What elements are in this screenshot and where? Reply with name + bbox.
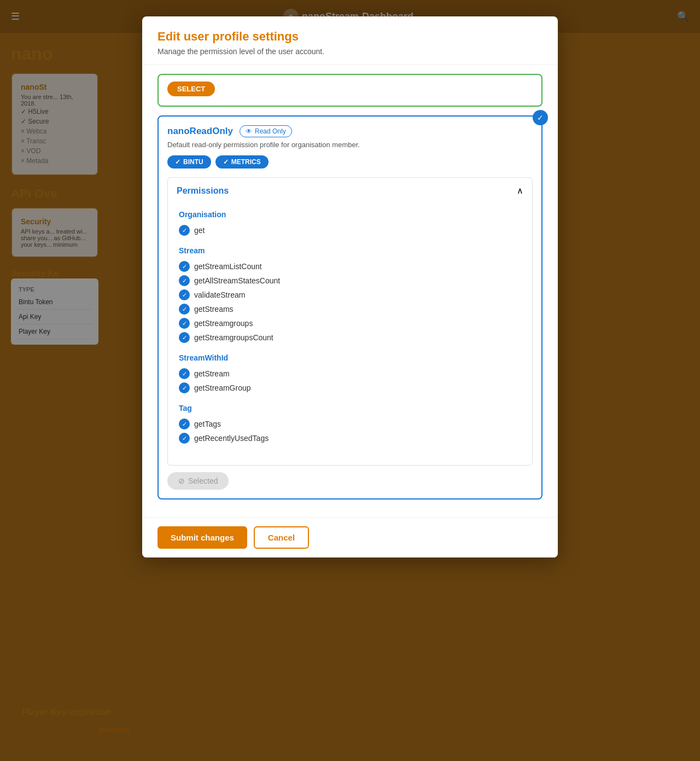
perm-label-allstreamstates: getAllStreamStatesCount [194, 276, 280, 285]
tag-badges: ✓ BINTU ✓ METRICS [167, 155, 533, 169]
perm-section-stream-title: Stream [179, 246, 521, 255]
perm-label-get: get [194, 226, 205, 235]
modal-title: Edit user profile settings [158, 30, 542, 44]
selected-state-button: ⊘ Selected [167, 472, 229, 490]
permissions-header[interactable]: Permissions ∧ [168, 178, 532, 204]
readonly-profile-card[interactable]: ✓ nanoReadOnly 👁 Read Only Default read-… [158, 115, 542, 499]
metrics-badge-label: METRICS [231, 158, 261, 166]
perm-section-streamwithid-title: StreamWithId [179, 353, 521, 362]
perm-check-streamgroups: ✓ [179, 318, 190, 329]
perm-section-organisation: Organisation ✓ get [179, 210, 521, 237]
select-button[interactable]: SELECT [167, 82, 215, 96]
modal-subtitle: Manage the permission level of the user … [158, 47, 542, 56]
permissions-body: Organisation ✓ get Stream ✓ getStream [168, 204, 532, 465]
perm-check-allstreamstates: ✓ [179, 275, 190, 286]
perm-check-recentlyusedtags: ✓ [179, 433, 190, 444]
permissions-box: Permissions ∧ Organisation ✓ get [167, 177, 533, 466]
perm-section-streamwithid: StreamWithId ✓ getStream ✓ getStreamGrou… [179, 353, 521, 395]
perm-item-getStreamListCount: ✓ getStreamListCount [179, 259, 521, 274]
perm-section-stream: Stream ✓ getStreamListCount ✓ getAllStre… [179, 246, 521, 345]
cancel-button[interactable]: Cancel [254, 526, 309, 549]
perm-item-getTags: ✓ getTags [179, 417, 521, 431]
modal-body: SELECT ✓ nanoReadOnly 👁 Read Only Defaul… [142, 65, 558, 517]
metrics-tag-badge: ✓ METRICS [215, 155, 269, 169]
perm-check-getstream: ✓ [179, 368, 190, 379]
readonly-badge: 👁 Read Only [240, 125, 292, 137]
perm-label-validatestream: validateStream [194, 291, 245, 299]
perm-section-tag-title: Tag [179, 404, 521, 413]
perm-item-validateStream: ✓ validateStream [179, 288, 521, 302]
perm-label-gettags: getTags [194, 420, 221, 428]
bintu-check-icon: ✓ [175, 158, 180, 166]
selected-button-label: Selected [188, 477, 218, 485]
perm-check-get: ✓ [179, 225, 190, 236]
bintu-badge-label: BINTU [183, 158, 203, 166]
perm-section-organisation-title: Organisation [179, 210, 521, 219]
perm-item-getAllStreamStatesCount: ✓ getAllStreamStatesCount [179, 274, 521, 288]
perm-item-getStreamgroupsCount: ✓ getStreamgroupsCount [179, 330, 521, 345]
selected-check-icon: ⊘ [178, 477, 185, 485]
perm-check-streamgroupscount: ✓ [179, 332, 190, 343]
perm-check-streamlistcount: ✓ [179, 261, 190, 272]
bintu-tag-badge: ✓ BINTU [167, 155, 211, 169]
edit-profile-modal: Edit user profile settings Manage the pe… [142, 16, 558, 557]
perm-label-streamgroupscount: getStreamgroupsCount [194, 333, 273, 342]
modal-overlay: Edit user profile settings Manage the pe… [0, 0, 700, 761]
readonly-badge-label: Read Only [255, 127, 286, 135]
perm-section-tag: Tag ✓ getTags ✓ getRecentlyUsedTags [179, 404, 521, 445]
collapse-icon: ∧ [517, 185, 523, 196]
perm-label-streamgroups: getStreamgroups [194, 319, 253, 328]
perm-check-getstreams: ✓ [179, 304, 190, 315]
perm-label-getstream: getStream [194, 369, 230, 378]
submit-changes-button[interactable]: Submit changes [158, 526, 247, 549]
perm-check-getstreamgroup: ✓ [179, 382, 190, 393]
modal-footer: Submit changes Cancel [142, 517, 558, 557]
perm-item-getStreams: ✓ getStreams [179, 302, 521, 316]
profile-description: Default read-only permission profile for… [167, 141, 533, 149]
top-profile-card: SELECT [158, 74, 542, 107]
perm-label-getstreamgroup: getStreamGroup [194, 384, 251, 392]
perm-label-getstreams: getStreams [194, 305, 234, 313]
perm-item-getRecentlyUsedTags: ✓ getRecentlyUsedTags [179, 431, 521, 445]
perm-label-recentlyusedtags: getRecentlyUsedTags [194, 434, 269, 443]
perm-item-getStreamGroup: ✓ getStreamGroup [179, 381, 521, 395]
permissions-title: Permissions [177, 186, 229, 196]
perm-label-streamlistcount: getStreamListCount [194, 262, 262, 271]
top-card-inner: SELECT [167, 82, 533, 96]
profile-name: nanoReadOnly [167, 126, 233, 137]
perm-item-get: ✓ get [179, 223, 521, 237]
card-header-row: nanoReadOnly 👁 Read Only [167, 125, 533, 137]
modal-header: Edit user profile settings Manage the pe… [142, 16, 558, 65]
perm-item-getStream: ✓ getStream [179, 367, 521, 381]
eye-icon: 👁 [246, 127, 252, 135]
perm-item-getStreamgroups: ✓ getStreamgroups [179, 316, 521, 330]
perm-check-gettags: ✓ [179, 419, 190, 429]
card-selected-badge: ✓ [533, 110, 548, 125]
perm-check-validatestream: ✓ [179, 289, 190, 300]
metrics-check-icon: ✓ [223, 158, 229, 166]
